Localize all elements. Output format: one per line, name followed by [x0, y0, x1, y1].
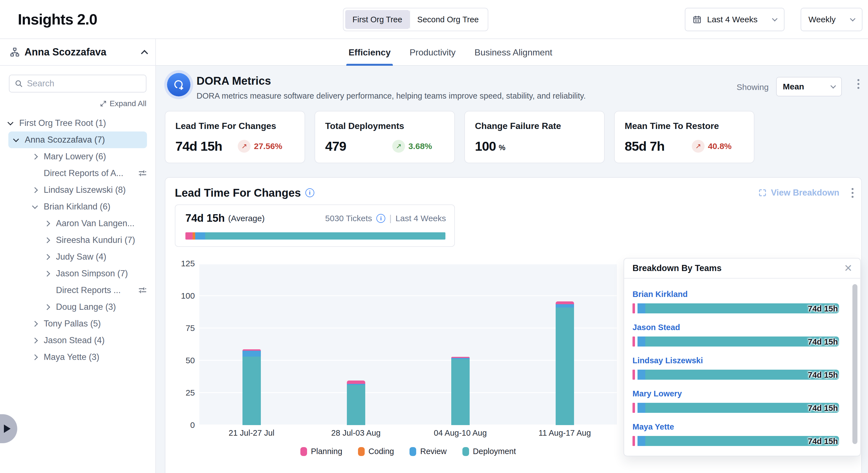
bar-gap	[635, 403, 638, 413]
breakdown-stacked-bar: 74d 15h	[632, 436, 839, 446]
chevron-down-icon[interactable]	[32, 203, 38, 209]
y-tick-label: 0	[190, 420, 195, 430]
bar-segment-planning	[632, 303, 635, 314]
breakdown-team-link[interactable]: Lindsay Liszewski	[632, 356, 852, 365]
tree-item-aaron-van-langen[interactable]: Aaron Van Langen...	[45, 215, 147, 232]
org-tree-toggle: First Org Tree Second Org Tree	[343, 8, 488, 31]
tree-item-doug-lange-3[interactable]: Doug Lange (3)	[45, 299, 147, 315]
legend-label: Planning	[311, 447, 342, 456]
toggle-second-org-tree[interactable]: Second Org Tree	[410, 10, 486, 29]
bar-segment-review	[638, 369, 645, 380]
scrollbar-thumb[interactable]	[852, 284, 858, 444]
stacked-bar-28-jul-03-aug	[347, 381, 365, 425]
bar-segment-review	[638, 436, 645, 446]
lead-time-kebab-menu[interactable]	[851, 188, 854, 198]
y-tick-label: 75	[186, 323, 195, 333]
view-breakdown-button[interactable]: View Breakdown	[758, 188, 839, 198]
info-icon[interactable]: i	[305, 188, 314, 197]
breakdown-stacked-bar: 74d 15h	[632, 336, 839, 347]
granularity-select[interactable]: Weekly	[801, 8, 862, 31]
metric-card-mean-time-to-restore: Mean Time To Restore85d 7h↗40.8%	[614, 111, 754, 163]
breakdown-team-link[interactable]: Mary Lowery	[632, 389, 852, 398]
gridline	[199, 392, 617, 393]
dora-kebab-menu[interactable]	[858, 79, 859, 89]
chevron-right-icon[interactable]	[32, 187, 38, 193]
breakdown-team-link[interactable]: Maya Yette	[632, 422, 852, 432]
chevron-right-icon[interactable]	[44, 220, 50, 226]
search-icon	[14, 79, 23, 88]
y-tick-label: 100	[181, 291, 195, 301]
filter-settings-icon[interactable]	[138, 286, 147, 295]
metric-card-value: 479	[325, 139, 346, 154]
chevron-right-icon[interactable]	[44, 270, 50, 276]
sidebar-search	[9, 75, 147, 92]
tree-item-jason-simpson-7[interactable]: Jason Simpson (7)	[45, 265, 147, 282]
filter-settings-icon[interactable]	[138, 169, 147, 178]
bar-segment-review	[556, 304, 574, 307]
showing-mean-select[interactable]: Mean	[776, 77, 842, 96]
tree-item-label: Maya Yette (3)	[44, 352, 99, 362]
sidebar-header: Anna Scozzafava	[0, 39, 155, 66]
chevron-right-icon[interactable]	[32, 321, 38, 326]
breakdown-value: 74d 15h	[808, 371, 838, 380]
bar-segment-planning	[185, 232, 193, 240]
chevron-right-icon[interactable]	[32, 337, 38, 343]
org-chart-icon	[9, 47, 20, 57]
legend-item-planning[interactable]: Planning	[300, 447, 342, 456]
chevron-right-icon[interactable]	[44, 304, 50, 310]
chart-legend: PlanningCodingReviewDeployment	[199, 447, 617, 456]
app-title: Insights 2.0	[18, 10, 97, 28]
chevron-down-icon	[772, 16, 777, 22]
tree-item-anna-scozzafava-7[interactable]: Anna Scozzafava (7)	[8, 131, 147, 148]
chevron-right-icon[interactable]	[32, 153, 38, 159]
tree-item-direct-reports-of-a[interactable]: Direct Reports of A...	[33, 165, 147, 182]
x-tick-label: 11 Aug-17 Aug	[513, 428, 617, 438]
tickets-label: 5030 Tickets	[325, 214, 372, 223]
tab-business-alignment[interactable]: Business Alignment	[475, 39, 552, 66]
bar-segment-deployment	[243, 357, 261, 425]
y-tick-label: 125	[181, 259, 195, 268]
tree-item-first-org-tree-root-1[interactable]: First Org Tree Root (1)	[8, 115, 147, 131]
bar-segment-planning	[347, 381, 365, 384]
breakdown-panel-header: Breakdown By Teams ✕	[624, 259, 860, 278]
date-range-value: Last 4 Weeks	[707, 15, 757, 24]
tree-item-maya-yette-3[interactable]: Maya Yette (3)	[33, 349, 147, 365]
chevron-right-icon[interactable]	[44, 254, 50, 260]
view-breakdown-label: View Breakdown	[771, 188, 839, 198]
toggle-first-org-tree[interactable]: First Org Tree	[345, 10, 409, 29]
info-icon[interactable]: i	[376, 214, 385, 223]
tree-item-tony-pallas-5[interactable]: Tony Pallas (5)	[33, 315, 147, 332]
tree-item-label: Anna Scozzafava (7)	[25, 135, 105, 145]
tree-item-mary-lowery-6[interactable]: Mary Lowery (6)	[33, 148, 147, 165]
expand-all-button[interactable]: Expand All	[100, 99, 147, 108]
date-range-select[interactable]: Last 4 Weeks	[685, 8, 784, 31]
chevron-up-icon[interactable]	[141, 50, 148, 57]
legend-item-deployment[interactable]: Deployment	[462, 447, 516, 456]
tree-item-sireesha-kunduri-7[interactable]: Sireesha Kunduri (7)	[45, 232, 147, 248]
close-icon[interactable]: ✕	[844, 263, 852, 273]
bar-segment-review	[195, 232, 205, 240]
dora-metrics-icon	[167, 73, 190, 96]
bar-segment-deployment	[556, 307, 574, 425]
tree-item-jason-stead-4[interactable]: Jason Stead (4)	[33, 332, 147, 349]
chevron-down-icon[interactable]	[13, 136, 19, 142]
breakdown-team-link[interactable]: Brian Kirkland	[632, 290, 852, 299]
lead-time-section: Lead Time For Changes i View Breakdown 7…	[165, 177, 862, 473]
chevron-right-icon[interactable]	[32, 354, 38, 360]
legend-item-review[interactable]: Review	[409, 447, 446, 456]
chevron-right-icon[interactable]	[44, 237, 50, 243]
tab-productivity[interactable]: Productivity	[409, 39, 456, 66]
tab-efficiency[interactable]: Efficiency	[348, 39, 391, 66]
tree-item-brian-kirkland-6[interactable]: Brian Kirkland (6)	[33, 198, 147, 215]
tree-item-direct-reports[interactable]: Direct Reports ...	[45, 282, 147, 299]
x-tick-label: 21 Jul-27 Jul	[199, 428, 304, 438]
breakdown-team-link[interactable]: Jason Stead	[632, 323, 852, 332]
tree-item-lindsay-liszewski-8[interactable]: Lindsay Liszewski (8)	[33, 182, 147, 198]
legend-item-coding[interactable]: Coding	[358, 447, 394, 456]
legend-label: Deployment	[473, 447, 516, 456]
chevron-down-icon[interactable]	[7, 119, 13, 125]
search-input[interactable]	[27, 79, 141, 89]
metric-card-title: Change Failure Rate	[475, 121, 594, 131]
delta-badge: ↗27.56%	[238, 140, 282, 153]
tree-item-judy-saw-4[interactable]: Judy Saw (4)	[45, 248, 147, 265]
